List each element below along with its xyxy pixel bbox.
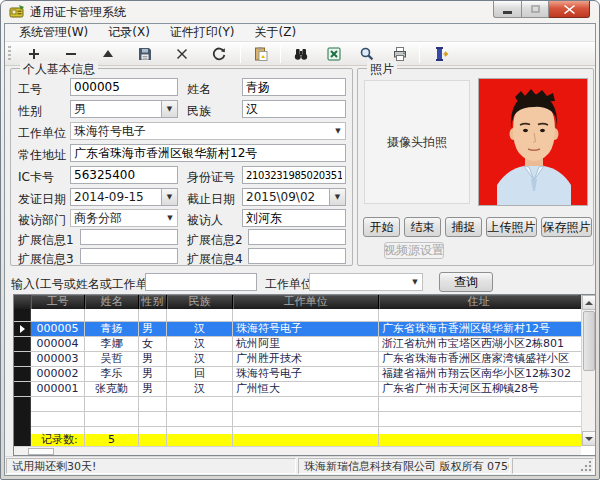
col-header-gender[interactable]: 性别 xyxy=(139,295,167,309)
cancel-button[interactable] xyxy=(163,43,200,64)
visited-dept-combo[interactable]: 商务分部▼ xyxy=(70,209,178,227)
ic-card-field[interactable] xyxy=(70,166,178,184)
camera-placeholder-text: 摄像头拍照 xyxy=(387,134,447,151)
camera-stop-button[interactable]: 结束 xyxy=(404,217,441,237)
photo-group-title: 照片 xyxy=(367,61,397,78)
table-row[interactable]: 000003 吴哲 男 汉 广州胜开技术 广东省珠海市香洲区唐家湾镇盛祥小区 xyxy=(14,352,581,367)
video-source-settings-button[interactable]: 视频源设置 xyxy=(384,242,444,259)
chevron-down-icon[interactable]: ▼ xyxy=(408,278,422,286)
magnifier-icon xyxy=(359,46,375,62)
record-count-label: 记录数: xyxy=(31,434,85,446)
ext3-field[interactable] xyxy=(80,248,178,264)
vertical-scroll-thumb[interactable] xyxy=(583,311,595,371)
find-button[interactable] xyxy=(284,43,317,64)
row-selector-cell[interactable] xyxy=(14,352,31,366)
row-selector-cell[interactable] xyxy=(14,337,31,351)
col-header-employee-id[interactable]: 工号 xyxy=(31,295,85,309)
menu-bar: 系统管理(W) 记录(X) 证件打印(Y) 关于(Z) xyxy=(5,24,595,42)
corner-panel xyxy=(512,458,594,474)
export-excel-button[interactable] xyxy=(317,43,350,64)
chevron-down-icon[interactable]: ▼ xyxy=(329,189,345,205)
ext2-label: 扩展信息2 xyxy=(187,232,247,249)
visited-person-label: 被访人 xyxy=(187,212,241,229)
refresh-button[interactable] xyxy=(200,43,237,64)
ext2-field[interactable] xyxy=(248,229,346,245)
expiry-date-picker[interactable]: 2015\09\02▼ xyxy=(242,188,346,206)
header-selector-cell xyxy=(14,295,31,309)
x-icon xyxy=(174,46,190,62)
ethnicity-label: 民族 xyxy=(187,103,239,120)
name-field[interactable] xyxy=(242,78,346,96)
toolbar-separator xyxy=(280,45,281,63)
scroll-down-button[interactable] xyxy=(582,431,596,446)
issue-date-picker[interactable]: 2014-09-15▼ xyxy=(70,188,178,206)
exit-icon xyxy=(434,46,450,62)
refresh-icon xyxy=(211,46,227,62)
table-row[interactable]: 000001 张克勤 男 汉 广州恒大 广东省广州市天河区五柳镇28号 xyxy=(14,382,581,397)
vertical-scrollbar[interactable] xyxy=(581,295,596,446)
triangle-up-icon xyxy=(100,46,116,62)
expiry-date-label: 截止日期 xyxy=(187,191,241,208)
exit-button[interactable] xyxy=(423,43,460,64)
camera-start-button[interactable]: 开始 xyxy=(363,217,400,237)
col-header-ethnicity[interactable]: 民族 xyxy=(167,295,233,309)
scroll-up-button[interactable] xyxy=(582,295,596,310)
personal-info-title: 个人基本信息 xyxy=(20,61,98,78)
close-button[interactable] xyxy=(549,1,590,18)
toolbar-separator xyxy=(240,45,241,63)
ic-card-label: IC卡号 xyxy=(18,169,70,186)
resize-grip[interactable] xyxy=(580,460,592,472)
gender-combo[interactable]: 男▼ xyxy=(70,100,178,118)
work-unit-label: 工作单位 xyxy=(18,125,70,142)
window-title: 通用证卡管理系统 xyxy=(30,4,126,21)
ext4-field[interactable] xyxy=(248,248,346,264)
paste-button[interactable] xyxy=(244,43,277,64)
chevron-down-icon[interactable]: ▼ xyxy=(161,189,177,205)
address-field[interactable] xyxy=(70,144,346,162)
table-row[interactable]: 000002 李乐 男 回 珠海符号电子 福建省福州市翔云区南华小区12栋302 xyxy=(14,367,581,382)
menu-system-management[interactable]: 系统管理(W) xyxy=(9,23,98,43)
row-selector-cell[interactable] xyxy=(14,382,31,396)
employee-id-field[interactable] xyxy=(70,78,178,96)
records-table: 工号 姓名 性别 民族 工作单位 住址 000005 青扬 男 汉 珠海符号电子 xyxy=(13,294,596,456)
chevron-down-icon[interactable]: ▼ xyxy=(331,127,345,135)
visited-person-field[interactable] xyxy=(242,209,346,227)
name-label: 姓名 xyxy=(187,81,239,98)
maximize-button[interactable] xyxy=(522,1,549,18)
horizontal-scroll-thumb[interactable] xyxy=(28,448,54,455)
maximize-icon xyxy=(531,5,540,13)
toolbar-grip xyxy=(8,46,11,62)
table-row[interactable]: 000005 青扬 男 汉 珠海符号电子 广东省珠海市香洲区银华新村12号 xyxy=(14,322,581,337)
table-row[interactable]: 000004 李娜 女 汉 杭州阿里 浙江省杭州市宝塔区西湖小区2栋801 xyxy=(14,337,581,352)
printer-icon xyxy=(392,46,408,62)
save-button[interactable] xyxy=(126,43,163,64)
upload-photo-button[interactable]: 上传照片 xyxy=(486,217,537,237)
minimize-button[interactable] xyxy=(493,1,522,18)
ext1-field[interactable] xyxy=(80,229,178,245)
ethnicity-field[interactable] xyxy=(242,100,346,118)
excel-icon xyxy=(326,46,342,62)
window-controls xyxy=(493,1,590,18)
minimize-icon xyxy=(503,11,512,14)
horizontal-scrollbar[interactable] xyxy=(14,446,581,455)
col-header-name[interactable]: 姓名 xyxy=(85,295,139,309)
copyright-panel: 珠海新瑞信息科技有限公司 版权所有 0756-6139256 xyxy=(298,458,510,474)
portrait-photo xyxy=(478,78,588,206)
camera-capture-button[interactable]: 捕捉 xyxy=(445,217,482,237)
col-header-address[interactable]: 住址 xyxy=(379,295,578,309)
save-photo-button[interactable]: 保存照片 xyxy=(541,217,592,237)
chevron-down-icon[interactable]: ▼ xyxy=(163,214,177,222)
row-selector-cell[interactable] xyxy=(14,322,31,336)
menu-records[interactable]: 记录(X) xyxy=(98,23,160,43)
query-button[interactable]: 查询 xyxy=(439,272,493,292)
menu-about[interactable]: 关于(Z) xyxy=(245,23,307,43)
id-number-field[interactable] xyxy=(242,166,346,184)
work-unit-combo[interactable]: 珠海符号电子▼ xyxy=(70,122,346,140)
row-selector-cell[interactable] xyxy=(14,367,31,381)
chevron-down-icon[interactable]: ▼ xyxy=(161,101,177,117)
arrow-down-icon xyxy=(585,437,593,441)
search-unit-combo[interactable]: ▼ xyxy=(309,273,423,291)
search-input[interactable] xyxy=(145,273,257,291)
menu-card-print[interactable]: 证件打印(Y) xyxy=(160,23,245,43)
col-header-work-unit[interactable]: 工作单位 xyxy=(233,295,379,309)
